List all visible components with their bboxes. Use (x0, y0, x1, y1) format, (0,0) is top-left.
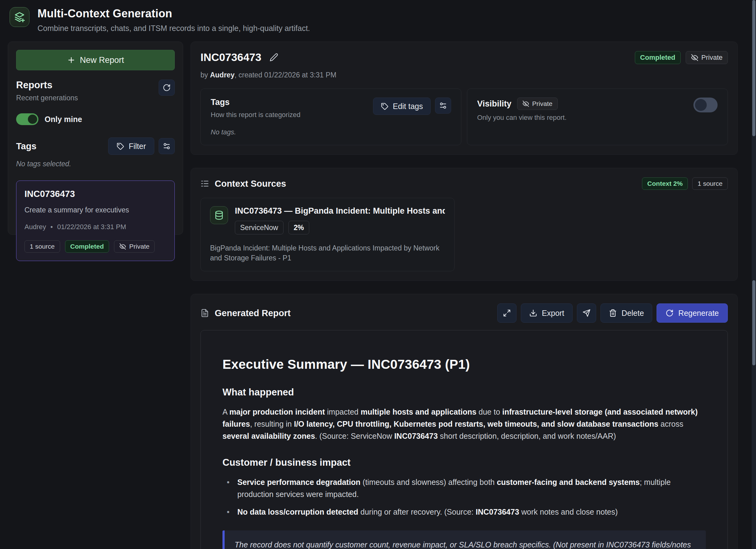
generated-report-title: Generated Report (215, 308, 291, 318)
list-item: Service performance degradation (timeout… (227, 476, 706, 500)
sidebar: New Report Reports Recent generations On… (8, 42, 183, 235)
tags-settings-button[interactable] (435, 98, 451, 114)
tags-panel: Tags How this report is categorized No t… (200, 89, 461, 145)
tag-icon (116, 143, 124, 150)
report-blockquote: The record does not quantify customer co… (222, 530, 706, 549)
visibility-panel: Visibility Private (467, 89, 728, 145)
source-description: BigPanda Incident: Multiple Hosts and Ap… (210, 243, 445, 263)
generated-report-section: Generated Report (191, 294, 738, 549)
visibility-panel-title: Visibility (477, 99, 512, 109)
report-h1: Executive Summary — INC0736473 (P1) (222, 357, 706, 372)
filter-button[interactable]: Filter (108, 138, 154, 155)
eye-off-icon (119, 243, 126, 250)
report-title: INC0736473 (200, 51, 262, 64)
send-button[interactable] (577, 303, 596, 323)
byline-author: Audrey (210, 71, 235, 79)
list-icon (200, 179, 209, 188)
report-card-description: Create a summary for executives (24, 206, 166, 214)
sliders-icon (439, 102, 447, 110)
visibility-badge-label: Private (129, 243, 149, 250)
reports-subheading: Recent generations (16, 94, 78, 102)
database-icon (214, 210, 224, 220)
filter-label: Filter (129, 142, 146, 151)
edit-tags-button[interactable]: Edit tags (373, 98, 431, 115)
report-h2-impact: Customer / business impact (222, 457, 706, 468)
plus-icon (67, 56, 76, 64)
maximize-icon (503, 309, 511, 317)
source-title: INC0736473 — BigPanda Incident: Multiple… (235, 206, 445, 216)
report-card-meta: Audrey • 01/22/2026 at 3:31 PM (24, 223, 166, 231)
tag-settings-button[interactable] (159, 138, 175, 154)
visibility-toggle[interactable] (693, 98, 718, 112)
report-content: Executive Summary — INC0736473 (P1) What… (200, 330, 728, 549)
scrollbar-thumb[interactable] (752, 0, 755, 136)
tags-heading: Tags (16, 141, 37, 152)
layers-plus-icon (14, 11, 25, 23)
source-card[interactable]: INC0736473 — BigPanda Incident: Multiple… (200, 198, 455, 271)
tags-empty-text: No tags. (211, 128, 301, 136)
edit-title-icon[interactable] (270, 53, 278, 62)
scrollbar-thumb[interactable] (752, 280, 755, 365)
report-status-badge: Completed (635, 51, 681, 64)
source-percent-badge: 2% (288, 221, 309, 235)
scrollbar-track[interactable] (752, 0, 756, 549)
send-icon (582, 309, 591, 317)
report-byline: by Audrey, created 01/22/2026 at 3:31 PM (200, 71, 728, 79)
only-mine-label: Only mine (45, 115, 82, 124)
trash-icon (609, 309, 617, 317)
export-label: Export (542, 309, 564, 318)
database-icon-tile (210, 206, 228, 224)
source-count-badge: 1 source (692, 178, 728, 190)
reports-heading: Reports (16, 80, 78, 91)
regenerate-button[interactable]: Regenerate (657, 303, 728, 323)
new-report-label: New Report (80, 55, 124, 65)
report-card[interactable]: INC0736473 Create a summary for executiv… (16, 181, 175, 261)
page-subtitle: Combine transcripts, chats, and ITSM rec… (37, 24, 310, 33)
new-report-button[interactable]: New Report (16, 50, 175, 70)
file-text-icon (200, 309, 209, 317)
visibility-state-label: Private (532, 100, 552, 108)
download-icon (529, 309, 537, 317)
eye-off-icon (691, 54, 698, 61)
delete-button[interactable]: Delete (600, 303, 652, 323)
export-button[interactable]: Export (521, 303, 573, 323)
refresh-icon (666, 309, 674, 317)
main-area: INC0736473 Completed (191, 42, 738, 549)
tags-panel-title: Tags (211, 98, 301, 107)
report-visibility-label: Private (701, 54, 723, 62)
report-card-author: Audrey (24, 223, 46, 231)
report-h2-what-happened: What happened (222, 387, 706, 398)
eye-off-icon (522, 100, 529, 107)
refresh-reports-button[interactable] (159, 80, 175, 96)
context-sources-section: Context Sources Context 2% 1 source (191, 168, 738, 281)
app-header: Multi-Context Generation Combine transcr… (0, 0, 756, 42)
impact-list: Service performance degradation (timeout… (227, 476, 706, 518)
sources-badge: 1 source (24, 240, 60, 253)
report-paragraph: A major production incident impacted mul… (222, 406, 706, 442)
report-card-timestamp: 01/22/2026 at 3:31 PM (57, 223, 126, 231)
tags-panel-subtitle: How this report is categorized (211, 111, 301, 119)
context-sources-title: Context Sources (215, 179, 286, 189)
edit-tags-label: Edit tags (393, 102, 423, 111)
regenerate-label: Regenerate (678, 309, 719, 318)
visibility-state-badge: Private (517, 98, 558, 110)
only-mine-toggle[interactable] (16, 113, 38, 125)
page-title: Multi-Context Generation (37, 7, 310, 20)
visibility-badge: Private (114, 240, 155, 253)
context-percent-badge: Context 2% (642, 178, 688, 190)
refresh-icon (163, 84, 171, 92)
report-card-title: INC0736473 (24, 189, 166, 199)
expand-button[interactable] (497, 303, 516, 323)
tag-icon (381, 103, 389, 110)
no-tags-text: No tags selected. (16, 160, 175, 168)
list-item: No data loss/corruption detected during … (227, 506, 706, 518)
meta-separator: • (51, 223, 53, 231)
visibility-description: Only you can view this report. (477, 114, 567, 122)
status-badge: Completed (65, 240, 109, 253)
app-logo (10, 7, 29, 27)
sliders-icon (163, 142, 171, 150)
report-header-section: INC0736473 Completed (191, 42, 738, 155)
source-type-badge: ServiceNow (235, 221, 283, 235)
report-visibility-badge: Private (686, 51, 728, 64)
delete-label: Delete (622, 309, 644, 318)
